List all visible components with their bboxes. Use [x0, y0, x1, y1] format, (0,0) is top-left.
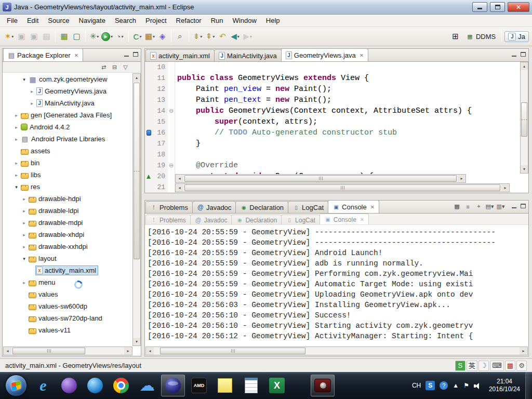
- view-tab-logcat[interactable]: ▯LogCat: [288, 201, 328, 213]
- editor-vertical-scrollbar[interactable]: ▴ ▾: [520, 62, 528, 174]
- ime-settings-icon[interactable]: ⚙: [516, 361, 527, 371]
- editor-tab-geometryviews-java[interactable]: JGeometryViews.java✕: [281, 48, 368, 61]
- scroll-right-icon[interactable]: ▸: [501, 184, 509, 192]
- tree-expand-arrow[interactable]: ▸: [13, 172, 20, 178]
- close-view-icon[interactable]: ✕: [74, 52, 78, 58]
- scrollbar-track[interactable]: [11, 347, 124, 355]
- console-horizontal-scrollbar[interactable]: ◂ ▸: [145, 347, 528, 355]
- menu-window[interactable]: Window: [228, 15, 261, 26]
- tree-expand-arrow[interactable]: ▸: [21, 196, 28, 202]
- dropdown-arrow-icon[interactable]: ▾: [111, 34, 113, 39]
- minimize-button[interactable]: [472, 2, 487, 12]
- minimize-view-icon[interactable]: [124, 52, 129, 57]
- dropdown-arrow-icon[interactable]: ▾: [11, 34, 14, 39]
- console-output[interactable]: [2016-10-24 20:55:59 - GeometryView] ---…: [145, 225, 528, 356]
- clear-console-button[interactable]: ▩: [452, 202, 462, 211]
- tray-volume[interactable]: [474, 382, 482, 389]
- scroll-left-icon[interactable]: ◂: [146, 347, 154, 355]
- package-explorer-tab[interactable]: ▤ Package Explorer ✕: [3, 48, 83, 61]
- view-tab-declaration[interactable]: ◉Declaration: [235, 201, 288, 213]
- start-button[interactable]: [5, 375, 27, 396]
- dropdown-arrow-icon[interactable]: ▾: [200, 34, 202, 39]
- tree-expand-arrow[interactable]: ▸: [13, 113, 20, 118]
- tree-item-values-sw720dp-land[interactable]: values-sw720dp-land: [3, 312, 132, 324]
- close-button[interactable]: ✕: [508, 2, 529, 12]
- scroll-left-icon[interactable]: ◂: [4, 347, 11, 355]
- taskbar-recorder[interactable]: [311, 375, 335, 396]
- tree-expand-arrow[interactable]: ▸: [13, 161, 20, 166]
- editor-code-area[interactable]: 1011public class GeometryViews extends V…: [145, 62, 528, 193]
- collapse-all-icon[interactable]: ⊟: [110, 63, 119, 72]
- maximize-console-icon[interactable]: [521, 204, 526, 208]
- taskbar-amd[interactable]: AMD: [187, 375, 211, 396]
- tree-expand-arrow[interactable]: ▸: [21, 208, 28, 214]
- tree-expand-arrow[interactable]: ▸: [21, 232, 28, 237]
- ghost-tab-logcat[interactable]: ▯LogCat: [281, 215, 320, 225]
- tree-item-menu[interactable]: ▸menu: [3, 276, 132, 288]
- taskbar-blue-orb[interactable]: [83, 375, 107, 396]
- tree-item-drawable-ldpi[interactable]: ▸drawable-ldpi: [3, 205, 132, 217]
- close-tab-icon[interactable]: ✕: [370, 204, 375, 210]
- tree-item-layout[interactable]: ▾layout: [3, 252, 132, 264]
- last-edit-location-button[interactable]: ↶: [217, 30, 229, 43]
- taskbar-chrome[interactable]: [109, 375, 133, 396]
- code-line-16[interactable]: 16 // TODO Auto-generated constructor st…: [145, 127, 528, 138]
- taskbar-excel[interactable]: X: [265, 375, 289, 396]
- scrollbar-track[interactable]: [154, 347, 520, 355]
- show-desktop-button[interactable]: [525, 372, 532, 399]
- minimize-console-icon[interactable]: [512, 204, 516, 208]
- view-tab-problems[interactable]: !Problems: [145, 201, 193, 213]
- scrollbar-thumb[interactable]: [160, 348, 305, 354]
- tree-expand-arrow[interactable]: ▸: [21, 280, 28, 285]
- profile-button[interactable]: ◔▾: [114, 30, 126, 43]
- package-explorer-horizontal-scrollbar[interactable]: ◂ ▸: [3, 347, 132, 355]
- tree-item-geometryviews-java[interactable]: ▸JGeometryViews.java: [3, 85, 132, 97]
- scroll-up-icon[interactable]: ▴: [521, 62, 528, 70]
- scrollbar-track[interactable]: [521, 70, 528, 165]
- open-perspective-button[interactable]: ⊞: [449, 30, 461, 43]
- ime-lang-icon[interactable]: 英: [467, 361, 477, 371]
- taskbar-ie[interactable]: e: [31, 375, 55, 396]
- taskbar-cloud[interactable]: ☁: [135, 375, 159, 396]
- code-line-17[interactable]: 17 }: [145, 138, 528, 149]
- tree-item-drawable-hdpi[interactable]: ▸drawable-hdpi: [3, 193, 132, 205]
- package-explorer-tree[interactable]: ▾▦com.zyk.geometryview▸JGeometryViews.ja…: [3, 73, 132, 346]
- ime-moon-icon[interactable]: ☽: [478, 361, 489, 371]
- scrollbar-thumb[interactable]: [184, 175, 457, 182]
- scroll-left-icon[interactable]: ◂: [176, 175, 183, 182]
- tree-item-values-v11[interactable]: values-v11: [3, 324, 132, 336]
- tree-expand-arrow[interactable]: ▸: [13, 137, 20, 142]
- scrollbar-thumb[interactable]: [184, 184, 500, 191]
- menu-project[interactable]: Project: [141, 15, 171, 26]
- tray-lang-ch[interactable]: CH: [412, 382, 421, 389]
- scroll-right-icon[interactable]: ▸: [458, 175, 466, 182]
- minimize-editor-icon[interactable]: [512, 52, 516, 57]
- tree-expand-arrow[interactable]: ▸: [21, 220, 28, 225]
- tree-item-android-4-4-2[interactable]: ▸Android 4.4.2: [3, 121, 132, 133]
- maximize-button[interactable]: [490, 2, 505, 12]
- code-line-18[interactable]: 18: [145, 149, 528, 160]
- code-line-10[interactable]: 10: [145, 62, 528, 73]
- tree-item-libs[interactable]: ▸libs: [3, 169, 132, 181]
- code-line-11[interactable]: 11public class GeometryViews extends Vie…: [145, 73, 528, 84]
- editor-tab-activity-main-xml[interactable]: xactivity_main.xml: [145, 49, 215, 61]
- tree-item-values[interactable]: values: [3, 288, 132, 300]
- code-line-15[interactable]: 15 super(context, attrs);: [145, 116, 528, 127]
- dropdown-arrow-icon[interactable]: ▾: [153, 34, 155, 39]
- taskbar-eclipse[interactable]: [161, 375, 185, 396]
- scrollbar-thumb[interactable]: [134, 83, 140, 259]
- avd-manager-button[interactable]: ▢: [71, 30, 83, 43]
- tree-collapse-arrow[interactable]: ▾: [21, 256, 28, 261]
- ddms-perspective-button[interactable]: ▦ DDMS: [463, 32, 499, 42]
- tree-item-drawable-xhdpi[interactable]: ▸drawable-xhdpi: [3, 229, 132, 241]
- tree-item-activity-main-xml[interactable]: xactivity_main.xml: [3, 264, 132, 276]
- link-with-editor-icon[interactable]: ⇄: [99, 63, 109, 72]
- tree-collapse-arrow[interactable]: ▾: [21, 77, 28, 82]
- menu-file[interactable]: File: [2, 15, 22, 26]
- java-perspective-button[interactable]: J Ja: [504, 31, 529, 42]
- scroll-right-icon[interactable]: ▸: [124, 347, 132, 355]
- previous-annotation-button[interactable]: ⇞▾: [204, 30, 216, 43]
- ghost-tab-declaration[interactable]: ◉Declaration: [231, 215, 282, 225]
- search-button[interactable]: ⌕: [174, 30, 186, 43]
- editor-horizontal-scrollbar-bottom[interactable]: ◂ ▸: [175, 183, 510, 192]
